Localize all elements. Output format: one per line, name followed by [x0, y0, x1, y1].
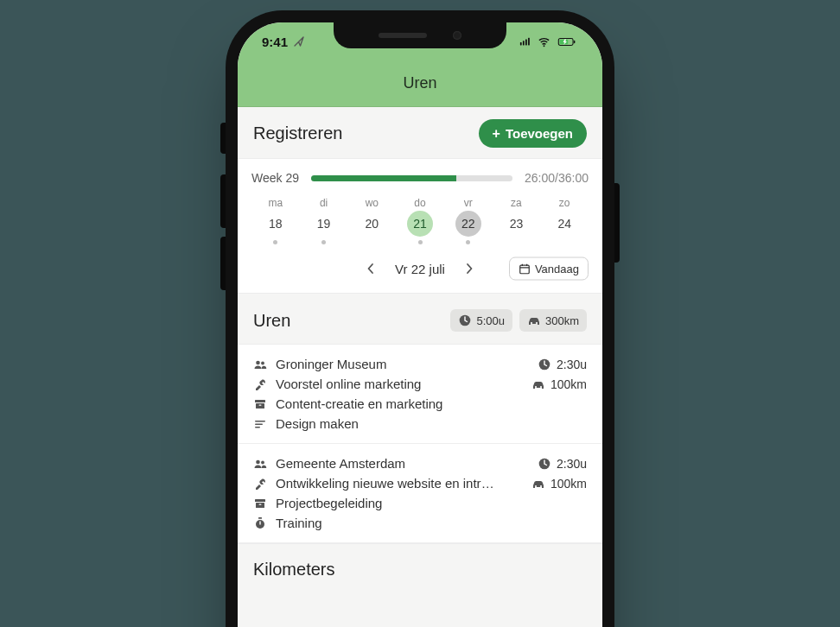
days-row: ma18di19wo20do21vr22za23zo24	[251, 197, 589, 244]
week-progress	[311, 175, 512, 181]
day-abbr: za	[493, 197, 541, 209]
add-button[interactable]: + Toevoegen	[479, 119, 587, 148]
day-cell[interactable]: zo24	[540, 197, 589, 244]
day-cell[interactable]: do21	[396, 197, 444, 244]
stopwatch-icon	[253, 516, 267, 530]
car-icon	[527, 314, 541, 327]
entry-text: Content-creatie en marketing	[276, 396, 442, 411]
entry-text: Voorstel online marketing	[276, 377, 421, 391]
wifi-icon	[537, 35, 551, 48]
car-icon	[531, 377, 545, 391]
entry-value: 100km	[550, 377, 587, 391]
kilometers-title: Kilometers	[253, 560, 587, 580]
app-header: Uren	[238, 60, 602, 107]
hours-title: Uren	[253, 311, 290, 331]
entry-value: 2:30u	[557, 358, 587, 371]
screen: 9:41 Uren Registreren + Toevoegen Week 2…	[238, 22, 602, 627]
date-nav: Vr 22 juli Vandaag	[251, 256, 589, 281]
day-number: 21	[407, 211, 433, 237]
entry-text: Groninger Museum	[276, 357, 386, 371]
total-duration-badge: 5:00u	[450, 309, 512, 332]
hour-entry[interactable]: Gemeente Amsterdam2:30uOntwikkeling nieu…	[238, 444, 602, 543]
day-dot	[466, 240, 470, 244]
entry-text: Design maken	[276, 416, 359, 431]
users-icon	[253, 457, 267, 471]
day-number: 19	[311, 211, 337, 237]
car-icon	[531, 477, 545, 491]
add-button-label: Toevoegen	[506, 126, 573, 141]
day-cell[interactable]: di19	[300, 197, 348, 244]
day-number: 23	[503, 211, 529, 237]
plus-icon: +	[493, 127, 500, 141]
page-title: Uren	[403, 74, 436, 92]
entry-value: 100km	[550, 477, 587, 491]
day-number: 18	[263, 211, 289, 237]
day-abbr: wo	[347, 197, 396, 209]
clock-icon	[538, 457, 551, 471]
lines-icon	[253, 417, 267, 431]
entry-text: Ontwikkeling nieuwe website en intrane..…	[276, 476, 500, 491]
day-number: 24	[551, 211, 577, 237]
day-cell[interactable]: vr22	[444, 197, 493, 244]
archive-icon	[253, 497, 267, 510]
calendar-icon	[519, 263, 531, 275]
entry-text: Gemeente Amsterdam	[276, 456, 405, 471]
hour-entry[interactable]: Groninger Museum2:30uVoorstel online mar…	[238, 345, 602, 444]
entry-list: Groninger Museum2:30uVoorstel online mar…	[238, 345, 602, 543]
phone-frame: 9:41 Uren Registreren + Toevoegen Week 2…	[226, 10, 614, 627]
clock-icon	[458, 314, 472, 327]
day-dot	[418, 240, 423, 244]
kilometers-header: Kilometers	[238, 543, 602, 592]
today-button-label: Vandaag	[535, 263, 579, 276]
week-label: Week 29	[251, 171, 299, 185]
entry-value: 2:30u	[557, 457, 587, 471]
archive-icon	[253, 397, 267, 411]
day-cell[interactable]: wo20	[347, 197, 396, 244]
tools-icon	[253, 477, 267, 491]
clock-icon	[538, 358, 551, 371]
register-bar: Registreren + Toevoegen	[238, 107, 602, 158]
day-cell[interactable]: ma18	[251, 197, 300, 244]
next-day-button[interactable]	[457, 256, 481, 281]
entry-text: Projectbegeleiding	[276, 496, 382, 510]
day-cell[interactable]: za23	[493, 197, 541, 244]
day-abbr: zo	[540, 197, 589, 209]
register-title: Registreren	[253, 124, 342, 143]
chevron-left-icon	[364, 262, 378, 276]
entry-text: Training	[276, 516, 322, 530]
prev-day-button[interactable]	[359, 256, 383, 281]
day-abbr: do	[396, 197, 444, 209]
today-button[interactable]: Vandaag	[509, 257, 589, 281]
day-dot	[321, 240, 326, 244]
day-abbr: di	[300, 197, 348, 209]
week-card: Week 29 26:00/36:00 ma18di19wo20do21vr22…	[238, 158, 602, 294]
hours-header: Uren 5:00u 300km	[238, 294, 602, 345]
day-number: 22	[455, 211, 481, 237]
selected-date-label: Vr 22 juli	[395, 262, 445, 276]
status-time: 9:41	[262, 35, 288, 49]
battery-icon	[556, 35, 578, 48]
day-abbr: ma	[251, 197, 300, 209]
total-distance-badge: 300km	[519, 309, 587, 332]
users-icon	[253, 358, 267, 371]
tools-icon	[253, 377, 267, 391]
week-total: 26:00/36:00	[525, 171, 589, 185]
notch	[334, 22, 506, 48]
day-dot	[273, 240, 277, 244]
day-abbr: vr	[444, 197, 493, 209]
day-number: 20	[359, 211, 385, 237]
chevron-right-icon	[462, 262, 476, 276]
location-icon	[292, 35, 306, 48]
signal-icon	[519, 35, 532, 48]
